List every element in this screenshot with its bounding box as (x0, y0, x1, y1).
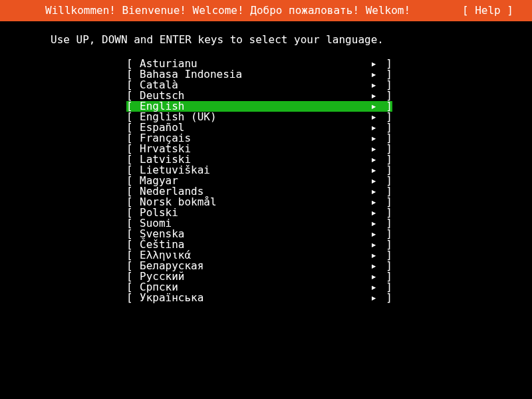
language-option[interactable]: [ Svenska▸ ] (0, 229, 532, 239)
language-option[interactable]: [ Српски▸ ] (0, 282, 532, 293)
language-option[interactable]: [ Українська▸ ] (0, 293, 532, 303)
help-button[interactable]: [ Help ] (462, 5, 521, 16)
submenu-arrow-icon: ▸ (368, 293, 379, 303)
language-option[interactable]: [ Русский▸ ] (0, 271, 532, 282)
header-title: Willkommen! Bienvenue! Welcome! Добро по… (11, 5, 410, 16)
bracket-right: ] (379, 293, 392, 303)
language-option[interactable]: [ Deutsch▸ ] (0, 90, 532, 101)
language-option[interactable]: [ Lietuviškai▸ ] (0, 165, 532, 176)
language-option[interactable]: [ Español▸ ] (0, 122, 532, 133)
language-option[interactable]: [ Polski▸ ] (0, 207, 532, 218)
instructions-text: Use UP, DOWN and ENTER keys to select yo… (0, 21, 532, 59)
header-bar: Willkommen! Bienvenue! Welcome! Добро по… (0, 0, 532, 21)
language-label: Polski (140, 207, 368, 218)
language-option[interactable]: [ Ελληνικά▸ ] (0, 250, 532, 261)
language-option[interactable]: [ English▸ ] (0, 101, 532, 112)
bracket-left: [ (126, 293, 140, 303)
language-option[interactable]: [ Nederlands▸ ] (0, 186, 532, 197)
language-label: Українська (140, 293, 368, 303)
language-option[interactable]: [ Latviski▸ ] (0, 154, 532, 165)
language-option[interactable]: [ Français▸ ] (0, 133, 532, 144)
language-option[interactable]: [ Hrvatski▸ ] (0, 144, 532, 154)
language-option[interactable]: [ Català▸ ] (0, 80, 532, 90)
language-menu[interactable]: [ Asturianu▸ ][ Bahasa Indonesia▸ ][ Cat… (0, 59, 532, 303)
language-option[interactable]: [ Asturianu▸ ] (0, 59, 532, 69)
language-option[interactable]: [ Беларуская▸ ] (0, 261, 532, 271)
language-option[interactable]: [ Magyar▸ ] (0, 176, 532, 186)
language-option[interactable]: [ Suomi▸ ] (0, 218, 532, 229)
language-option[interactable]: [ English (UK)▸ ] (0, 112, 532, 122)
language-option[interactable]: [ Norsk bokmål▸ ] (0, 197, 532, 207)
language-option[interactable]: [ Bahasa Indonesia▸ ] (0, 69, 532, 80)
language-option[interactable]: [ Čeština▸ ] (0, 239, 532, 250)
